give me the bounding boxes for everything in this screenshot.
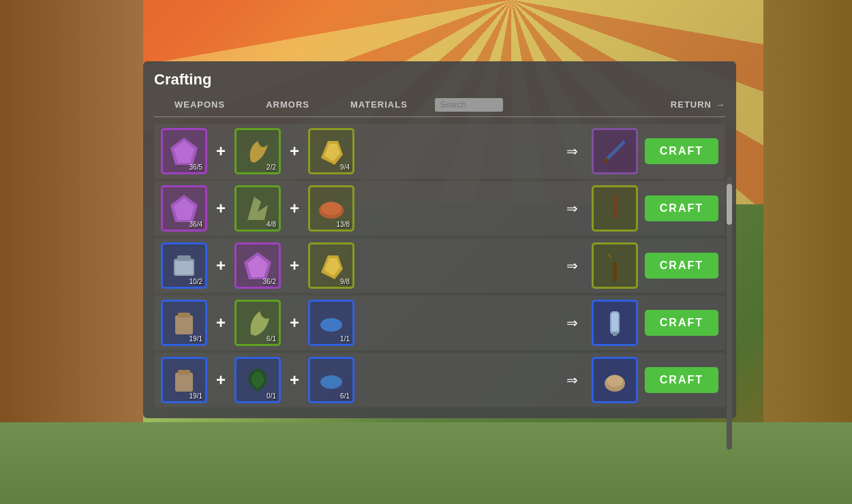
- svg-rect-22: [178, 313, 190, 317]
- result-slot: [592, 128, 638, 174]
- result-arrow: ⇒: [368, 143, 578, 159]
- tab-bar: WEAPONS ARMORS MATERIALS RETURN →: [154, 97, 725, 117]
- panel-title: Crafting: [154, 71, 725, 89]
- craft-button[interactable]: CRAFT: [645, 367, 718, 393]
- svg-point-29: [320, 375, 342, 389]
- svg-line-19: [608, 254, 611, 258]
- scrollbar-thumb[interactable]: [727, 184, 732, 225]
- ingredient-slot: 19/1: [161, 300, 207, 346]
- ingredient-slot: 19/1: [161, 357, 207, 403]
- craft-button[interactable]: CRAFT: [645, 195, 718, 221]
- tab-materials[interactable]: MATERIALS: [330, 97, 428, 112]
- ingredient-slot: 36/2: [234, 242, 281, 289]
- plus-operator: +: [214, 199, 228, 218]
- result-slot: [592, 357, 638, 403]
- svg-rect-14: [175, 261, 193, 274]
- ingredient-slot: 6/1: [234, 300, 281, 346]
- svg-rect-9: [613, 195, 617, 219]
- ingredient-slot: 2/2: [234, 128, 281, 174]
- result-arrow: ⇒: [368, 315, 578, 331]
- recipe-row: 36/4 + 4/8 + 13/8 ⇒ CRAFT: [154, 181, 725, 236]
- tab-armors[interactable]: ARMORS: [245, 97, 330, 112]
- recipes-list: 36/5 + 2/2 + 9/4 ⇒ CRAFT 36/4 +: [154, 124, 725, 407]
- recipe-row: 36/5 + 2/2 + 9/4 ⇒ CRAFT: [154, 124, 725, 178]
- plus-operator: +: [214, 142, 228, 161]
- plus-operator: +: [214, 371, 228, 390]
- svg-rect-28: [178, 370, 190, 375]
- ingredient-slot: 1/1: [308, 300, 354, 346]
- craft-button[interactable]: CRAFT: [645, 138, 718, 164]
- ingredient-slot: 6/1: [308, 357, 354, 403]
- recipe-row: 10/2 + 36/2 + 9/8 ⇒ CRAFT: [154, 238, 725, 293]
- result-slot: [592, 185, 638, 232]
- result-arrow: ⇒: [368, 200, 578, 217]
- ingredient-slot: 13/8: [308, 185, 354, 232]
- ingredient-slot: 9/8: [308, 242, 354, 289]
- ingredient-slot: 10/2: [161, 242, 207, 289]
- scrollbar-track[interactable]: [727, 177, 732, 450]
- result-slot: [592, 300, 638, 346]
- plus-operator: +: [288, 142, 301, 161]
- plus-operator: +: [214, 256, 228, 275]
- ingredient-slot: 36/4: [161, 185, 207, 232]
- svg-point-23: [320, 318, 342, 332]
- crafting-panel: Crafting WEAPONS ARMORS MATERIALS RETURN…: [143, 61, 736, 418]
- plus-operator: +: [214, 313, 228, 332]
- svg-line-2: [605, 141, 625, 161]
- svg-rect-17: [613, 262, 617, 281]
- recipe-row: 19/1 + 6/1 + 1/1 ⇒ CRAFT: [154, 296, 725, 350]
- svg-point-31: [607, 375, 623, 387]
- svg-rect-26: [613, 332, 617, 336]
- tab-weapons[interactable]: WEAPONS: [154, 97, 245, 112]
- plus-operator: +: [288, 199, 301, 218]
- result-arrow: ⇒: [368, 257, 578, 274]
- arrow-right-icon: →: [716, 99, 725, 110]
- plus-operator: +: [288, 256, 301, 275]
- ingredient-slot: 9/4: [308, 128, 354, 174]
- search-input[interactable]: [435, 98, 503, 112]
- ingredient-slot: 4/8: [234, 185, 281, 232]
- plus-operator: +: [288, 371, 301, 390]
- svg-rect-25: [611, 313, 618, 332]
- svg-rect-21: [175, 315, 193, 334]
- return-button[interactable]: RETURN →: [671, 99, 725, 110]
- svg-rect-13: [177, 255, 191, 261]
- ingredient-slot: 0/1: [234, 357, 281, 403]
- result-slot: [592, 242, 638, 289]
- craft-button[interactable]: CRAFT: [645, 310, 718, 336]
- svg-rect-27: [175, 373, 193, 392]
- svg-point-8: [321, 202, 341, 215]
- result-arrow: ⇒: [368, 372, 578, 388]
- recipe-row: 19/1 + 0/1 + 6/1 ⇒ CRAFT: [154, 353, 725, 407]
- craft-button[interactable]: CRAFT: [645, 253, 718, 279]
- ingredient-slot: 36/5: [161, 128, 207, 174]
- plus-operator: +: [288, 313, 301, 332]
